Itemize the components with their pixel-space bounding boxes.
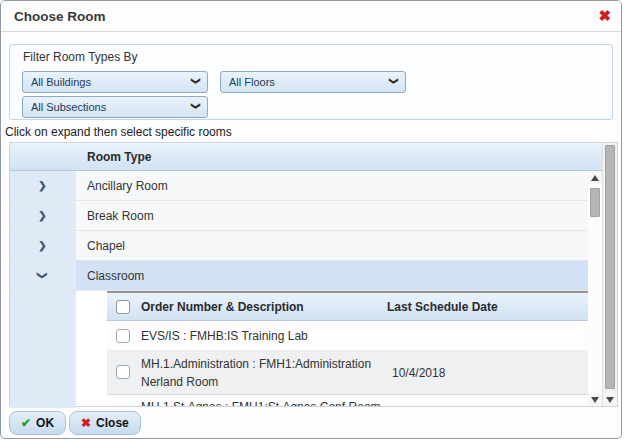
floors-dropdown-value: All Floors — [229, 72, 275, 93]
filter-panel-label: Filter Room Types By — [23, 50, 137, 64]
select-all-checkbox[interactable] — [116, 300, 130, 314]
scroll-down-button[interactable] — [588, 393, 602, 406]
scrollbar-thumb[interactable] — [605, 145, 615, 389]
last-schedule-date-column-header: Last Schedule Date — [387, 293, 498, 321]
room-row-partial[interactable]: MH.1.St.Agnes : FMH1:St.Agnes Conf Room — [107, 395, 589, 406]
expand-button[interactable]: ❯ — [10, 171, 76, 200]
table-scrollbar[interactable] — [602, 143, 617, 406]
room-row[interactable]: MH.1.Administration : FMH1:Administratio… — [107, 351, 589, 395]
room-type-label: Ancillary Room — [87, 171, 168, 201]
rooms-header-row: Order Number & Description Last Schedule… — [107, 293, 589, 321]
instruction-text: Click on expand then select specific roo… — [5, 125, 232, 139]
x-icon: ✖ — [81, 416, 91, 430]
dialog-close-icon[interactable]: ✖ — [598, 7, 611, 25]
ok-button[interactable]: ✔ OK — [9, 411, 66, 435]
choose-room-dialog: Choose Room ✖ Filter Room Types By All B… — [0, 0, 622, 439]
scrollbar-thumb[interactable] — [590, 188, 600, 217]
room-checkbox[interactable] — [116, 329, 130, 343]
room-description: MH.1.Administration : FMH1:Administratio… — [141, 355, 373, 391]
scroll-down-button[interactable] — [603, 393, 617, 406]
chevron-right-icon: ❯ — [38, 240, 46, 251]
filter-panel: Filter Room Types By All Buildings ❯ All… — [9, 44, 613, 120]
arrow-down-icon — [606, 397, 614, 403]
classroom-expanded-gutter — [10, 291, 76, 408]
room-type-column-header: Room Type — [87, 143, 151, 171]
room-last-schedule-date: 10/4/2018 — [392, 351, 445, 395]
buildings-dropdown-value: All Buildings — [31, 72, 91, 93]
chevron-down-icon: ❯ — [191, 102, 201, 110]
subsections-dropdown[interactable]: All Subsections ❯ — [22, 96, 208, 118]
dialog-title: Choose Room — [14, 1, 106, 32]
close-button[interactable]: ✖ Close — [69, 411, 141, 435]
room-type-label: Classroom — [87, 261, 144, 291]
chevron-down-icon: ❯ — [37, 271, 48, 279]
rooms-scrollbar[interactable] — [588, 171, 603, 406]
room-type-row-break[interactable]: ❯ Break Room — [10, 201, 603, 231]
chevron-down-icon: ❯ — [389, 77, 399, 85]
collapse-button[interactable]: ❯ — [10, 261, 76, 290]
expand-button[interactable]: ❯ — [10, 201, 76, 230]
room-checkbox[interactable] — [116, 365, 130, 379]
room-type-header-row: Room Type — [10, 143, 603, 171]
room-description: MH.1.St.Agnes : FMH1:St.Agnes Conf Room — [141, 400, 380, 406]
ok-button-label: OK — [36, 416, 54, 430]
buildings-dropdown[interactable]: All Buildings ❯ — [22, 71, 208, 93]
classroom-rooms-table: Order Number & Description Last Schedule… — [107, 291, 589, 406]
room-type-label: Chapel — [87, 231, 125, 261]
room-type-row-ancillary[interactable]: ❯ Ancillary Room — [10, 171, 603, 201]
order-description-column-header: Order Number & Description — [141, 293, 304, 321]
check-icon: ✔ — [21, 416, 31, 430]
room-type-row-classroom[interactable]: ❯ Classroom — [10, 261, 603, 291]
arrow-up-icon — [591, 175, 599, 181]
chevron-right-icon: ❯ — [38, 210, 46, 221]
expand-button[interactable]: ❯ — [10, 231, 76, 260]
room-type-row-chapel[interactable]: ❯ Chapel — [10, 231, 603, 261]
room-row[interactable]: EVS/IS : FMHB:IS Training Lab — [107, 321, 589, 351]
room-type-table: Room Type ❯ Ancillary Room ❯ Break Room … — [9, 142, 618, 407]
scroll-up-button[interactable] — [588, 171, 602, 184]
chevron-right-icon: ❯ — [38, 180, 46, 191]
chevron-down-icon: ❯ — [191, 77, 201, 85]
floors-dropdown[interactable]: All Floors ❯ — [220, 71, 406, 93]
subsections-dropdown-value: All Subsections — [31, 97, 106, 118]
arrow-down-icon — [591, 397, 599, 403]
room-description: EVS/IS : FMHB:IS Training Lab — [141, 321, 308, 351]
title-bar: Choose Room ✖ — [1, 1, 621, 32]
close-button-label: Close — [96, 416, 129, 430]
room-type-label: Break Room — [87, 201, 154, 231]
